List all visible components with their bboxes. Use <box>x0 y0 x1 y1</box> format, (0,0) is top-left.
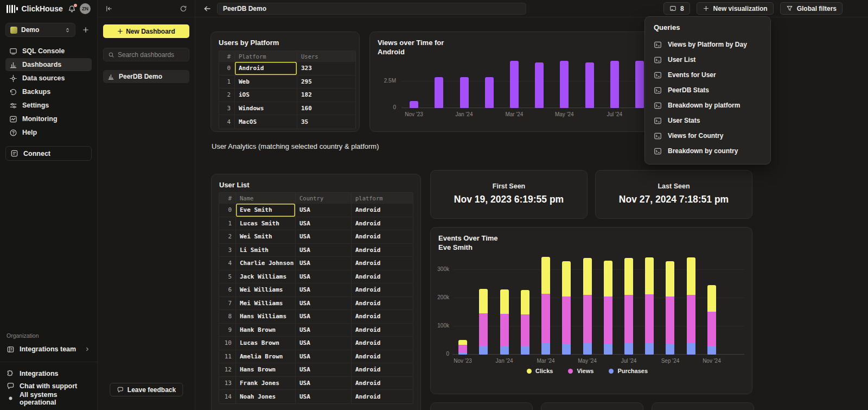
table-cell[interactable]: 13 <box>219 377 235 390</box>
table-cell[interactable]: USA <box>295 324 351 337</box>
table-cell[interactable]: Android <box>351 217 413 230</box>
queries-count-button[interactable]: 8 <box>663 2 690 15</box>
table-cell[interactable]: Wei Williams <box>235 283 295 297</box>
table-cell[interactable]: Android <box>351 390 413 403</box>
table-cell[interactable]: 0 <box>219 204 235 217</box>
table-cell[interactable]: Mei Williams <box>235 297 295 310</box>
table-cell[interactable]: Android <box>351 310 413 323</box>
table-cell[interactable]: Android <box>351 283 413 297</box>
table-cell[interactable]: USA <box>295 310 351 323</box>
table-cell[interactable]: USA <box>295 337 351 350</box>
table-cell[interactable]: iOS <box>234 89 297 102</box>
table-cell[interactable]: Android <box>351 377 413 390</box>
table-cell[interactable]: Android <box>351 337 413 350</box>
table-cell[interactable]: 11 <box>219 350 235 363</box>
table-cell[interactable]: 7 <box>219 297 235 310</box>
bar-may-24[interactable] <box>560 61 569 108</box>
table-cell[interactable]: USA <box>295 230 351 243</box>
table-cell[interactable]: 12 <box>219 363 235 376</box>
table-cell[interactable]: Android <box>351 244 413 257</box>
workspace-selector[interactable]: Demo <box>5 23 75 37</box>
table-cell[interactable]: Web <box>234 75 297 89</box>
table-cell[interactable]: 10 <box>219 337 235 350</box>
query-item-user-list[interactable]: User List <box>645 52 770 67</box>
sidebar-item-sql-console[interactable]: SQL Console <box>5 45 92 58</box>
bar-jun-24[interactable] <box>604 261 612 355</box>
table-cell[interactable]: USA <box>295 297 351 310</box>
new-visualization-button[interactable]: New visualization <box>697 2 774 15</box>
table-cell[interactable]: 6 <box>219 283 235 297</box>
bar-aug-24[interactable] <box>645 257 654 355</box>
sidebar-item-connect[interactable]: Connect <box>5 146 92 161</box>
table-cell[interactable]: 160 <box>297 102 355 115</box>
dashboard-title-input[interactable]: PeerDB Demo <box>217 3 526 15</box>
table-cell[interactable]: Lucas Brown <box>235 337 295 350</box>
bar-aug-24[interactable] <box>635 61 644 108</box>
refresh-icon[interactable] <box>180 5 187 12</box>
leave-feedback-button[interactable]: Leave feedback <box>110 383 183 396</box>
notifications-bell-icon[interactable] <box>68 5 76 13</box>
table-cell[interactable]: Li Smith <box>235 244 295 257</box>
table-cell[interactable]: 4 <box>219 115 234 129</box>
table-cell[interactable]: Android <box>234 62 297 75</box>
table-cell[interactable]: USA <box>295 204 351 217</box>
table-cell[interactable]: Eve Smith <box>235 204 295 217</box>
table-cell[interactable]: Windows <box>234 102 297 115</box>
table-cell[interactable]: 2 <box>219 230 235 243</box>
sidebar-item-dashboards[interactable]: Dashboards <box>5 58 92 71</box>
table-cell[interactable]: USA <box>295 244 351 257</box>
table-cell[interactable]: Android <box>351 230 413 243</box>
sidebar-item-data-sources[interactable]: Data sources <box>5 72 92 85</box>
table-cell[interactable]: 3 <box>219 244 235 257</box>
table-cell[interactable]: USA <box>295 217 351 230</box>
bar-may-24[interactable] <box>583 258 592 355</box>
query-item-breakdown-by-platform[interactable]: Breakdown by platform <box>645 98 770 113</box>
query-item-views-for-country[interactable]: Views for Country <box>645 128 770 143</box>
user-avatar[interactable]: ZN <box>80 3 91 14</box>
search-dashboards-input[interactable] <box>118 51 184 59</box>
bar-jul-24[interactable] <box>624 258 633 355</box>
table-cell[interactable]: 1 <box>219 217 235 230</box>
table-cell[interactable]: Lucas Smith <box>235 217 295 230</box>
table-cell[interactable]: 4 <box>219 257 235 270</box>
bar-dec-23[interactable] <box>479 289 488 355</box>
bar-apr-24[interactable] <box>535 62 544 108</box>
dashboard-list-item-peerdb-demo[interactable]: PeerDB Demo <box>103 70 189 83</box>
bar-jul-24[interactable] <box>610 61 619 108</box>
table-cell[interactable]: Android <box>351 350 413 363</box>
table-cell[interactable]: 14 <box>219 390 235 403</box>
table-cell[interactable]: Amelia Brown <box>235 350 295 363</box>
bar-jun-24[interactable] <box>585 62 594 108</box>
sidebar-item-help[interactable]: Help <box>5 126 92 139</box>
table-cell[interactable]: Android <box>351 257 413 270</box>
bar-nov-24[interactable] <box>707 285 716 355</box>
table-cell[interactable]: Android <box>351 204 413 217</box>
table-cell[interactable]: 2 <box>219 89 234 102</box>
sidebar-item-all-systems-operational[interactable]: All systems operational <box>5 392 92 405</box>
bar-apr-24[interactable] <box>562 261 571 355</box>
table-cell[interactable]: Android <box>351 297 413 310</box>
query-item-peerdb-stats[interactable]: PeerDB Stats <box>645 83 770 98</box>
legend-item-views[interactable]: Views <box>568 368 593 374</box>
table-cell[interactable]: Android <box>351 270 413 283</box>
query-item-views-by-platform-by-day[interactable]: Views by Platform by Day <box>645 37 770 52</box>
table-cell[interactable]: Android <box>351 324 413 337</box>
table-cell[interactable]: 323 <box>297 62 355 75</box>
table-cell[interactable]: Frank Jones <box>235 377 295 390</box>
table-cell[interactable]: Charlie Johnson <box>235 257 295 270</box>
table-cell[interactable]: USA <box>295 270 351 283</box>
table-cell[interactable]: USA <box>295 377 351 390</box>
new-dashboard-button[interactable]: New Dashboard <box>103 24 189 38</box>
bar-feb-24[interactable] <box>485 77 494 108</box>
table-cell[interactable]: 3 <box>219 102 234 115</box>
bar-jan-24[interactable] <box>500 289 509 355</box>
table-cell[interactable]: USA <box>295 350 351 363</box>
bar-sep-24[interactable] <box>666 261 674 355</box>
table-cell[interactable]: Hans Brown <box>235 363 295 376</box>
bar-mar-24[interactable] <box>541 257 550 355</box>
sidebar-item-integrations-team[interactable]: Integrations team <box>5 343 92 356</box>
sidebar-item-settings[interactable]: Settings <box>5 99 92 112</box>
table-cell[interactable]: Hans Williams <box>235 310 295 323</box>
bar-dec-23[interactable] <box>435 77 443 108</box>
bar-mar-24[interactable] <box>510 61 519 108</box>
